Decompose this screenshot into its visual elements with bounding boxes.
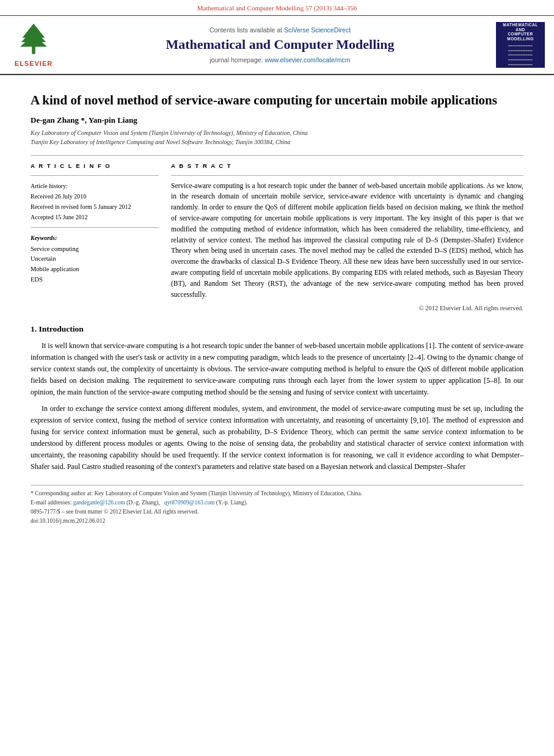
accepted-date: Accepted 15 June 2012 [31,212,159,222]
badge-title: MATHEMATICALANDCOMPUTERMODELLING [503,23,538,42]
received-date: Received 26 July 2010 [31,191,159,202]
divider-keywords [31,227,159,228]
divider-abstract [171,175,523,176]
journal-badge: MATHEMATICALANDCOMPUTERMODELLING ━━━━━━━… [496,22,545,68]
revised-date: Received in revised form 5 January 2012 [31,202,159,212]
sciverse-line: Contents lists available at SciVerse Sci… [210,26,351,35]
elsevier-logo: ELSEVIER [6,21,61,68]
badge-lines: ━━━━━━━━━━ ━━━━━━━━━━ ━━━━━━━━━━ ━━━━━━━… [508,44,533,67]
keywords-section: Keywords: Service computing Uncertain Mo… [31,234,159,285]
introduction-heading: 1. Introduction [31,324,523,335]
footnotes: * Corresponding author at: Key Laborator… [31,485,523,526]
copyright-line: © 2012 Elsevier Ltd. All rights reserved… [171,304,523,313]
journal-homepage: journal homepage: www.elsevier.com/locat… [210,56,351,65]
affiliations: Key Laboratory of Computer Vision and Sy… [31,128,523,147]
main-content: A kind of novel method of service-aware … [0,75,554,539]
divider-top [31,155,523,156]
keywords-label: Keywords: [31,234,159,242]
email1-link[interactable]: gandeganle@126.com [73,500,125,506]
affiliation-1: Key Laboratory of Computer Vision and Sy… [31,128,523,137]
history-label: Article history: [31,181,159,191]
issn-line: 0895-7177/$ – see front matter © 2012 El… [31,507,523,517]
sciverse-link[interactable]: SciVerse ScienceDirect [284,26,351,34]
citation-text: Mathematical and Computer Modelling 57 (… [197,4,357,12]
keyword-3: Mobile application [31,264,159,275]
keyword-4: EDS [31,275,159,285]
email2-link[interactable]: qyt870909@163.com [164,500,214,506]
article-info-abstract: A R T I C L E I N F O Article history: R… [31,162,523,313]
affiliation-2: Tianjin Key Laboratory of Intelligence C… [31,137,523,147]
introduction-body: It is well known that service-aware comp… [31,340,523,472]
doi-line: doi:10.1016/j.mcm.2012.06.012 [31,517,523,526]
divider-info [31,175,159,176]
article-info-label: A R T I C L E I N F O [31,162,159,170]
abstract-label: A B S T R A C T [171,162,523,170]
abstract-column: A B S T R A C T Service-aware computing … [171,162,523,313]
svg-rect-0 [32,46,35,54]
abstract-text: Service-aware computing is a hot researc… [171,181,523,300]
journal-header: ELSEVIER Contents lists available at Sci… [0,16,554,75]
article-title: A kind of novel method of service-aware … [31,92,523,109]
email-line: E-mail addresses: gandeganle@126.com (D.… [31,498,523,507]
homepage-link[interactable]: www.elsevier.com/locate/mcm [264,56,350,64]
article-info-column: A R T I C L E I N F O Article history: R… [31,162,159,313]
keyword-1: Service computing [31,244,159,255]
elsevier-wordmark: ELSEVIER [15,59,53,68]
keyword-2: Uncertain [31,254,159,264]
journal-title: Mathematical and Computer Modelling [166,37,394,53]
svg-point-4 [32,32,35,35]
intro-paragraph-2: In order to exchange the service context… [31,403,523,473]
journal-header-center: Contents lists available at SciVerse Sci… [67,21,493,68]
journal-citation: Mathematical and Computer Modelling 57 (… [0,0,554,16]
intro-paragraph-1: It is well known that service-aware comp… [31,340,523,398]
article-history: Article history: Received 26 July 2010 R… [31,181,159,222]
authors-line: De-gan Zhang *, Yan-pin Liang [31,115,523,126]
journal-badge-container: MATHEMATICALANDCOMPUTERMODELLING ━━━━━━━… [493,21,548,68]
corresponding-author: * Corresponding author at: Key Laborator… [31,489,523,498]
